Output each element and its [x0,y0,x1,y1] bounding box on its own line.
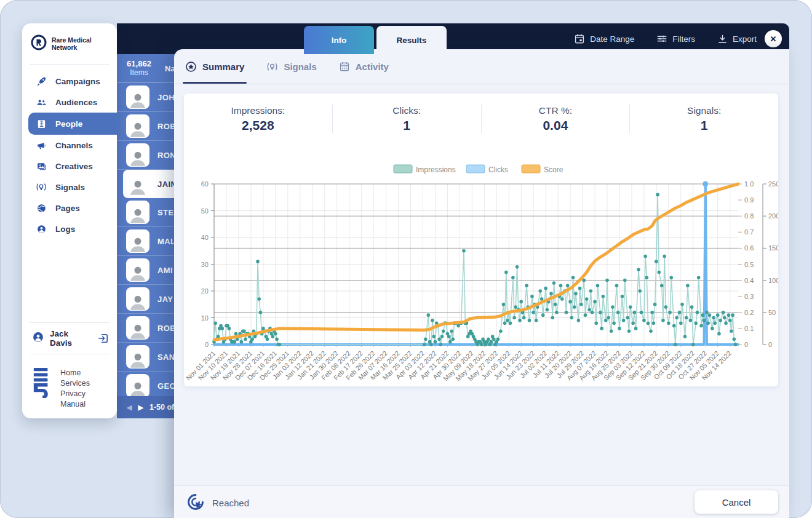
summary-star-icon [185,61,197,73]
date-range-button[interactable]: Date Range [574,33,634,44]
person-name: MAL [157,237,175,246]
sidebar-item-audiences[interactable]: Audiences [22,92,117,113]
footer-link-manual[interactable]: Manual [60,399,90,410]
sidebar-item-people[interactable]: People [28,113,117,135]
tab-signals[interactable]: Signals [266,49,316,84]
tab-activity[interactable]: Activity [339,49,389,84]
footer-links: HomeServicesPrivacyManual [60,368,90,410]
pages-icon [36,202,47,213]
logout-button[interactable] [97,332,109,345]
user-icon [32,331,44,346]
prev-page-button[interactable]: ◀ [127,404,132,412]
stat-value: 1 [630,118,778,133]
export-icon [717,34,728,44]
person-name: RON [157,151,176,160]
signals-bulb-icon [266,61,278,73]
svg-text:Clicks: Clicks [488,165,508,174]
tab-info-label: Info [332,36,347,45]
person-name: ROB [157,122,176,131]
creatives-icon [36,161,47,172]
reached-status: Reached [186,493,249,513]
svg-text:0.7: 0.7 [744,228,754,236]
svg-text:0: 0 [205,341,209,348]
stat-value: 2,528 [184,118,332,133]
tab-summary[interactable]: Summary [185,49,244,84]
modal-footer: Reached Cancel [174,485,789,518]
avatar [126,86,149,109]
activity-calendar-icon [339,61,350,72]
footer-link-privacy[interactable]: Privacy [60,389,90,399]
footer-link-services[interactable]: Services [60,378,90,389]
stat-label: CTR %: [482,105,630,116]
svg-text:0.5: 0.5 [744,261,754,268]
stat-label: Signals: [630,105,778,116]
svg-text:0: 0 [744,341,748,348]
sidebar-item-label: Creatives [55,162,93,171]
results-chart: Nov 01 2021Nov 10 2021Nov 19 2021Nov 28 … [184,155,778,386]
action-label: Filters [672,34,695,44]
sidebar-item-channels[interactable]: Channels [22,135,117,156]
sidebar-item-creatives[interactable]: Creatives [22,156,117,177]
svg-text:0.2: 0.2 [744,309,754,316]
campaigns-icon [36,76,47,87]
filters-icon [656,33,667,44]
svg-text:0.8: 0.8 [744,212,754,220]
sidebar-item-pages[interactable]: Pages [22,197,117,218]
five-logo [32,368,52,400]
person-name: JOH [157,93,175,102]
sidebar-item-campaigns[interactable]: Campaigns [22,71,117,92]
filters-button[interactable]: Filters [656,33,695,44]
avatar [126,201,149,224]
people-icon [36,118,47,129]
calendar-icon [574,33,585,44]
sidebar-footer: HomeServicesPrivacyManual [22,361,117,410]
tab-results-label: Results [397,36,427,45]
person-name: JAY [157,295,173,304]
sidebar-item-signals[interactable]: Signals [22,177,117,197]
close-button[interactable]: ✕ [765,30,782,47]
tab-results[interactable]: Results [376,26,447,54]
user-name: Jack Davis [50,329,92,348]
audiences-icon [36,97,47,108]
action-label: Export [733,34,757,44]
person-name: STE [157,208,173,217]
action-label: Date Range [590,34,634,44]
summary-card: Impressions:2,528Clicks:1CTR %:0.04Signa… [184,94,778,386]
reached-label: Reached [212,498,249,508]
modal-tab-bar: SummarySignalsActivity [174,49,789,84]
svg-text:0.6: 0.6 [744,244,754,252]
svg-text:100: 100 [768,277,778,284]
avatar [126,229,149,253]
close-icon: ✕ [770,34,777,44]
person-name: AMI [157,266,173,275]
next-page-button[interactable]: ▶ [138,404,143,412]
svg-text:50: 50 [201,207,209,215]
cancel-label: Cancel [722,497,751,508]
footer-link-home[interactable]: Home [60,368,90,378]
svg-text:0.4: 0.4 [744,277,754,284]
brand-logo-icon [31,34,47,53]
svg-text:10: 10 [201,314,209,322]
items-count-label: Items [117,69,161,78]
svg-text:0.3: 0.3 [744,293,754,300]
items-count: 61,862 Items [117,60,161,78]
sidebar-item-label: Audiences [55,98,97,107]
channels-icon [36,140,47,151]
avatar [126,374,149,397]
person-name: ROB [157,324,176,333]
tab-info[interactable]: Info [304,26,374,54]
sidebar-nav: CampaignsAudiencesPeopleChannelsCreative… [22,71,117,239]
sidebar-item-logs[interactable]: Logs [22,218,117,239]
sidebar: Rare Medical Network CampaignsAudiencesP… [22,23,117,418]
tab-label: Summary [202,62,244,72]
svg-text:0.1: 0.1 [744,325,754,332]
stat-ctr: CTR %:0.04 [482,105,630,133]
export-button[interactable]: Export [717,34,757,44]
stat-signals: Signals:1 [630,105,778,133]
cancel-button[interactable]: Cancel [695,490,778,514]
reached-icon [186,493,205,513]
sidebar-item-label: Signals [55,183,85,192]
items-count-value: 61,862 [117,60,161,69]
person-name: GEO [157,381,176,391]
stat-value: 0.04 [482,118,630,133]
